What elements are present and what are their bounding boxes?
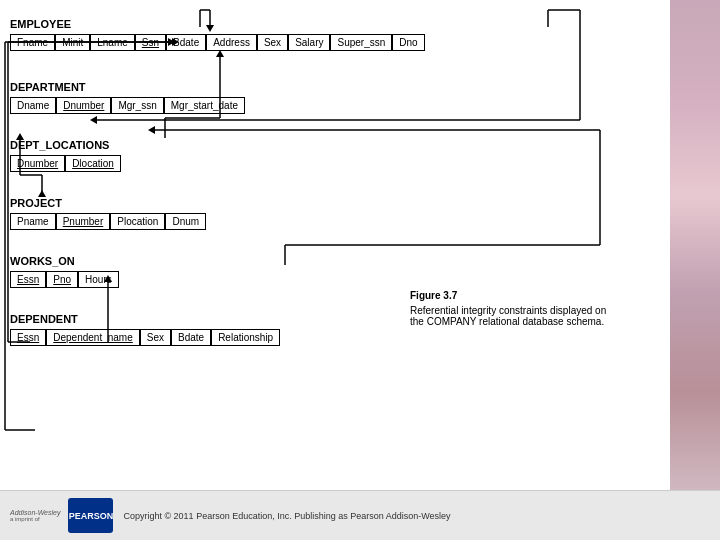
publisher-sub: a imprint of — [10, 516, 40, 522]
svg-marker-35 — [216, 50, 224, 57]
works-on-table: Essn Pno Hours — [10, 271, 660, 288]
project-title: PROJECT — [10, 197, 660, 209]
dependent-table: Essn Dependent_name Sex Bdate Relationsh… — [10, 329, 660, 346]
cell-dnumber: Dnumber — [56, 97, 111, 114]
figure-description: Referential integrity constraints displa… — [410, 305, 610, 327]
cell-plocation: Plocation — [110, 213, 165, 230]
cell-sex: Sex — [257, 34, 288, 51]
svg-marker-15 — [38, 190, 46, 197]
copyright-text: Copyright © 2011 Pearson Education, Inc.… — [123, 511, 450, 521]
employee-title: EMPLOYEE — [10, 18, 660, 30]
cell-pnumber: Pnumber — [56, 213, 111, 230]
cell-bdate: Bdate — [166, 34, 206, 51]
cell-relationship: Relationship — [211, 329, 280, 346]
cell-fname: Fname — [10, 34, 55, 51]
dept-locations-table: Dnumber Dlocation — [10, 155, 660, 172]
cell-hours: Hours — [78, 271, 119, 288]
cell-dnum: Dnum — [165, 213, 206, 230]
cell-lname: Lname — [90, 34, 135, 51]
cell-minit: Minit — [55, 34, 90, 51]
employee-table: Fname Minit Lname Ssn Bdate Address Sex … — [10, 34, 660, 51]
cell-mgr-start-date: Mgr_start_date — [164, 97, 245, 114]
pearson-logo: PEARSON — [68, 498, 113, 533]
department-title: DEPARTMENT — [10, 81, 660, 93]
cell-dname: Dname — [10, 97, 56, 114]
project-table: Pname Pnumber Plocation Dnum — [10, 213, 660, 230]
right-sidebar — [670, 0, 720, 490]
cell-salary: Salary — [288, 34, 330, 51]
cell-dno: Dno — [392, 34, 424, 51]
main-content: EMPLOYEE Fname Minit Lname Ssn Bdate Add… — [0, 0, 670, 540]
cell-dep-essn: Essn — [10, 329, 46, 346]
cell-dep-bdate: Bdate — [171, 329, 211, 346]
figure-title: Figure 3.7 — [410, 290, 610, 301]
svg-marker-20 — [148, 126, 155, 134]
department-table: Dname Dnumber Mgr_ssn Mgr_start_date — [10, 97, 660, 114]
cell-dep-sex: Sex — [140, 329, 171, 346]
figure-caption: Figure 3.7 Referential integrity constra… — [410, 290, 610, 327]
svg-marker-10 — [90, 116, 97, 124]
department-section: DEPARTMENT Dname Dnumber Mgr_ssn Mgr_sta… — [10, 81, 660, 114]
cell-pname: Pname — [10, 213, 56, 230]
footer-bar: Addison-Wesley a imprint of PEARSON Copy… — [0, 490, 720, 540]
cell-wo-essn: Essn — [10, 271, 46, 288]
cell-dependent-name: Dependent_name — [46, 329, 140, 346]
pearson-logo-text: PEARSON — [69, 511, 114, 521]
cell-pno: Pno — [46, 271, 78, 288]
dept-locations-title: DEPT_LOCATIONS — [10, 139, 660, 151]
employee-section: EMPLOYEE Fname Minit Lname Ssn Bdate Add… — [10, 18, 660, 51]
cell-address: Address — [206, 34, 257, 51]
cell-super-ssn: Super_ssn — [330, 34, 392, 51]
addison-label: Addison-Wesley — [10, 509, 60, 516]
arrows-overlay — [0, 0, 670, 490]
cell-dl-dnumber: Dnumber — [10, 155, 65, 172]
cell-dlocation: Dlocation — [65, 155, 121, 172]
works-on-section: WORKS_ON Essn Pno Hours — [10, 255, 660, 288]
works-on-title: WORKS_ON — [10, 255, 660, 267]
cell-mgr-ssn: Mgr_ssn — [111, 97, 163, 114]
project-section: PROJECT Pname Pnumber Plocation Dnum — [10, 197, 660, 230]
cell-ssn: Ssn — [135, 34, 166, 51]
dept-locations-section: DEPT_LOCATIONS Dnumber Dlocation — [10, 139, 660, 172]
